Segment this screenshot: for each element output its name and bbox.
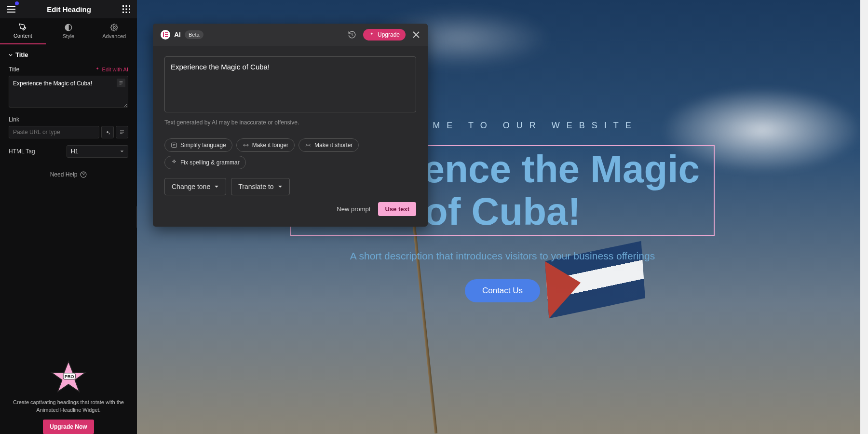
chip-spelling-label: Fix spelling & grammar (180, 159, 240, 166)
tab-content[interactable]: Content (0, 18, 46, 44)
svg-rect-7 (125, 12, 127, 13)
svg-rect-0 (122, 5, 124, 7)
tab-advanced[interactable]: Advanced (91, 18, 137, 44)
ai-dialog-header: AI Beta Upgrade (153, 24, 428, 46)
ai-suggestion-chips: Simplify language Make it longer Make it… (164, 138, 416, 169)
svg-rect-17 (165, 32, 168, 33)
svg-rect-19 (165, 36, 168, 37)
link-options-icon[interactable] (101, 126, 114, 138)
close-icon[interactable] (412, 31, 420, 39)
svg-point-11 (107, 132, 108, 133)
svg-rect-6 (122, 12, 124, 13)
new-prompt-button[interactable]: New prompt (337, 205, 370, 213)
history-icon[interactable] (348, 30, 356, 39)
ai-dialog: AI Beta Upgrade Text generated by AI may… (153, 24, 428, 227)
svg-rect-5 (129, 9, 130, 10)
pro-promo-text: Create captivating headings that rotate … (9, 399, 128, 414)
svg-rect-20 (172, 143, 177, 147)
dynamic-tags-icon[interactable] (117, 79, 125, 87)
upgrade-button[interactable]: Upgrade (363, 29, 406, 41)
editor-sidebar: Edit Heading Content Style Advanced Titl… (0, 0, 137, 434)
svg-rect-8 (129, 12, 130, 13)
control-title: Title Edit with AI (9, 66, 128, 109)
ai-dropdown-row: Change tone Translate to (164, 178, 416, 195)
chip-spelling[interactable]: Fix spelling & grammar (164, 156, 246, 169)
ai-dialog-footer: New prompt Use text (164, 202, 416, 216)
translate-label: Translate to (238, 183, 273, 190)
link-label: Link (9, 116, 19, 123)
hamburger-menu-icon[interactable] (7, 6, 15, 13)
panel-body: Title Title Edit with AI Link (0, 44, 137, 359)
sidebar-header: Edit Heading (0, 0, 137, 18)
svg-text:PRO: PRO (65, 374, 74, 379)
need-help-label: Need Help (50, 171, 78, 178)
chip-longer[interactable]: Make it longer (236, 138, 295, 152)
hero-subheading: A short description that introduces visi… (290, 250, 715, 262)
control-html-tag: HTML Tag H1 (9, 145, 128, 158)
section-title-toggle[interactable]: Title (9, 51, 128, 58)
svg-rect-1 (125, 5, 127, 7)
elementor-logo-icon (161, 30, 170, 40)
svg-rect-4 (125, 9, 127, 10)
tab-advanced-label: Advanced (102, 33, 126, 39)
panel-title: Edit Heading (47, 5, 91, 14)
need-help-link[interactable]: Need Help (9, 171, 128, 178)
html-tag-select[interactable]: H1 (67, 145, 128, 158)
title-input[interactable] (9, 76, 128, 108)
svg-rect-16 (163, 32, 164, 37)
chip-shorter[interactable]: Make it shorter (298, 138, 359, 152)
pro-promo-illustration-icon: PRO (46, 359, 91, 394)
notification-dot-icon (15, 1, 19, 5)
ai-dialog-body: Text generated by AI may be inaccurate o… (153, 46, 428, 227)
title-label: Title (9, 66, 19, 73)
svg-point-10 (113, 27, 115, 28)
control-link: Link (9, 116, 128, 138)
use-text-button[interactable]: Use text (378, 202, 416, 216)
link-input[interactable] (9, 126, 99, 138)
ai-label: AI (174, 31, 181, 39)
chip-shorter-label: Make it shorter (314, 142, 353, 149)
apps-grid-icon[interactable] (122, 5, 130, 13)
tab-style[interactable]: Style (46, 18, 92, 44)
chip-simplify-label: Simplify language (180, 142, 226, 149)
tab-content-label: Content (14, 33, 32, 39)
ai-disclaimer: Text generated by AI may be inaccurate o… (164, 119, 416, 126)
change-tone-label: Change tone (172, 183, 210, 190)
svg-rect-18 (165, 34, 168, 35)
dynamic-link-icon[interactable] (116, 126, 128, 138)
html-tag-value: H1 (71, 148, 78, 155)
pro-promo: PRO Create captivating headings that rot… (0, 359, 137, 434)
html-tag-label: HTML Tag (9, 148, 35, 155)
translate-dropdown[interactable]: Translate to (231, 178, 289, 195)
svg-rect-2 (129, 5, 130, 7)
upgrade-now-button[interactable]: Upgrade Now (43, 420, 94, 434)
contact-us-button[interactable]: Contact Us (465, 279, 540, 302)
svg-rect-3 (122, 9, 124, 10)
page-scrollbar[interactable] (860, 0, 868, 434)
upgrade-label: Upgrade (378, 31, 400, 38)
chip-longer-label: Make it longer (252, 142, 288, 149)
ai-text-input[interactable] (164, 56, 416, 112)
panel-tabs: Content Style Advanced (0, 18, 137, 44)
chip-simplify[interactable]: Simplify language (164, 138, 232, 152)
edit-with-ai-link[interactable]: Edit with AI (95, 67, 128, 72)
edit-with-ai-label: Edit with AI (102, 67, 128, 72)
tab-style-label: Style (63, 33, 74, 39)
change-tone-dropdown[interactable]: Change tone (164, 178, 226, 195)
section-title-label: Title (15, 51, 28, 58)
beta-badge: Beta (185, 30, 203, 39)
